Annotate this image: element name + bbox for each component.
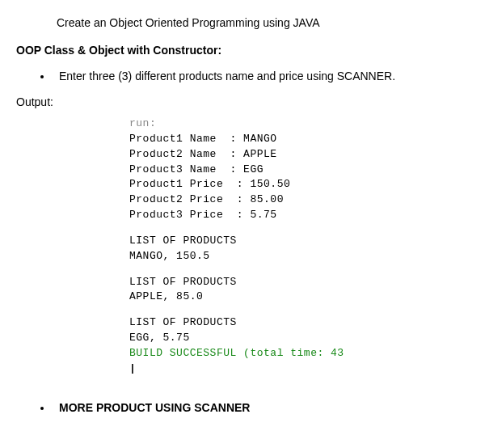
console-product: EGG, 5.75 bbox=[129, 331, 469, 346]
console-line: Product2 Name : APPLE bbox=[129, 147, 469, 163]
console-list-header: LIST OF PRODUCTS bbox=[129, 234, 469, 249]
console-list-header: LIST OF PRODUCTS bbox=[129, 315, 469, 331]
console-line: Product2 Price : 85.00 bbox=[129, 192, 469, 208]
instruction-list: Enter three (3) different products name … bbox=[53, 70, 469, 82]
console-output: run: Product1 Name : MANGO Product2 Name… bbox=[129, 116, 469, 377]
console-line: Product3 Price : 5.75 bbox=[129, 208, 469, 223]
console-cursor: | bbox=[129, 361, 469, 377]
console-line: Product1 Price : 150.50 bbox=[129, 177, 469, 192]
console-line: Product3 Name : EGG bbox=[129, 163, 469, 178]
page-title: Create an Object Oriented Programming us… bbox=[57, 16, 469, 29]
console-run: run: bbox=[129, 116, 469, 132]
console-list-header: LIST OF PRODUCTS bbox=[129, 275, 469, 290]
more-product-list: MORE PRODUCT USING SCANNER bbox=[53, 401, 469, 414]
console-line: Product1 Name : MANGO bbox=[129, 132, 469, 147]
console-product: MANGO, 150.5 bbox=[129, 249, 469, 264]
console-product: APPLE, 85.0 bbox=[129, 290, 469, 305]
section-heading: OOP Class & Object with Constructor: bbox=[16, 44, 469, 57]
more-product-item: MORE PRODUCT USING SCANNER bbox=[53, 401, 469, 414]
instruction-item: Enter three (3) different products name … bbox=[53, 70, 469, 82]
output-label: Output: bbox=[16, 95, 469, 108]
console-build-msg: BUILD SUCCESSFUL (total time: 43 bbox=[129, 346, 469, 361]
